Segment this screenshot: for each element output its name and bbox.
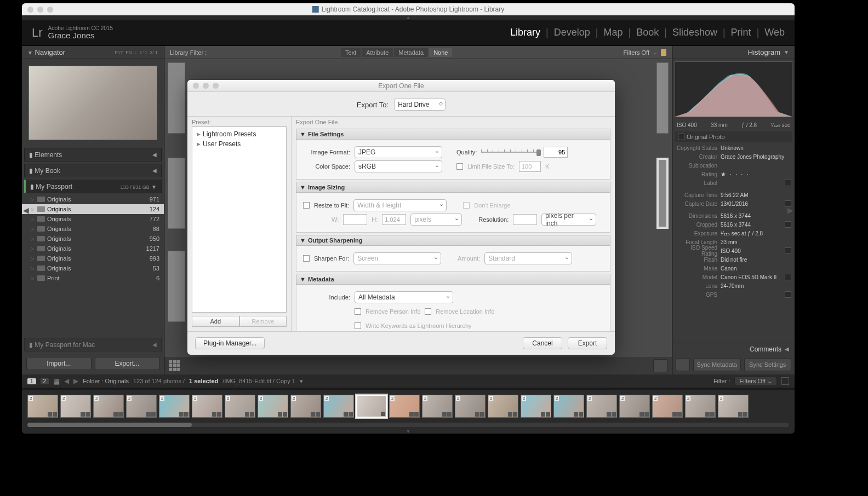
- volume-mypassport[interactable]: ▮ My Passport 133 / 931 GB ▼: [24, 180, 162, 193]
- filmstrip-thumb[interactable]: 2: [718, 395, 749, 418]
- sharpen-amount-select[interactable]: Standard: [484, 252, 572, 264]
- folder-row[interactable]: ▷Print6: [22, 273, 164, 283]
- filter-tab-none[interactable]: None: [429, 48, 452, 57]
- right-panel-toggle[interactable]: ▶: [787, 206, 793, 215]
- breadcrumb-path[interactable]: Folder : Originals: [83, 378, 129, 384]
- filter-dropdown[interactable]: Filters Off ⌄: [734, 377, 777, 386]
- sharpen-checkbox[interactable]: [303, 255, 310, 262]
- unit-select[interactable]: pixels: [410, 214, 462, 226]
- filmstrip-thumb[interactable]: 2: [455, 395, 486, 418]
- remove-preset-button[interactable]: Remove: [239, 316, 287, 327]
- volume-mybook[interactable]: ▮ My Book ◀: [24, 164, 162, 177]
- filmstrip-thumb[interactable]: 2: [685, 395, 716, 418]
- preset-lightroom[interactable]: ▶Lightroom Presets: [192, 129, 286, 139]
- zoom-window-button[interactable]: [47, 7, 53, 13]
- filter-tab-attribute[interactable]: Attribute: [362, 48, 393, 57]
- left-panel-toggle[interactable]: ◀: [23, 206, 29, 215]
- filmstrip-thumb[interactable]: 2: [60, 395, 91, 418]
- color-space-select[interactable]: sRGB: [355, 160, 442, 172]
- section-sharpening-header[interactable]: ▼Output Sharpening: [296, 235, 610, 246]
- dialog-close-button[interactable]: [193, 83, 199, 89]
- filmstrip[interactable]: 2 2 2 2 2 2 2 2 2 2 2 2 2 2 2 2 2 2 2 2 …: [22, 388, 795, 423]
- module-slideshow[interactable]: Slideshow: [672, 27, 717, 38]
- export-to-select[interactable]: Hard Drive: [394, 99, 446, 111]
- sharpen-for-select[interactable]: Screen: [353, 252, 441, 264]
- filmstrip-thumb[interactable]: 2: [553, 395, 584, 418]
- export-button[interactable]: Export...: [95, 357, 160, 370]
- filmstrip-thumb[interactable]: 2: [521, 395, 551, 418]
- filmstrip-thumb[interactable]: 2: [192, 395, 222, 418]
- grid-option-button[interactable]: [653, 359, 667, 372]
- grid-mode-icon[interactable]: ▦: [53, 377, 60, 385]
- filter-tab-metadata[interactable]: Metadata: [394, 48, 428, 57]
- import-button[interactable]: Import...: [26, 357, 92, 370]
- filmstrip-thumb[interactable]: 2: [422, 395, 453, 418]
- navigator-zoom-options[interactable]: FIT FILL 1:1 3:1: [115, 50, 158, 55]
- histogram-header[interactable]: Histogram ▼: [672, 46, 795, 59]
- filmstrip-thumb[interactable]: 2: [488, 395, 518, 418]
- filmstrip-thumb[interactable]: 2: [389, 395, 420, 418]
- sync-prev-button[interactable]: [676, 358, 690, 371]
- remove-person-checkbox[interactable]: [355, 308, 361, 315]
- resize-checkbox[interactable]: [303, 202, 310, 209]
- nav-forward-icon[interactable]: ▶: [73, 377, 78, 385]
- lock-icon[interactable]: [661, 49, 666, 56]
- limit-filesize-input[interactable]: [519, 161, 541, 172]
- comments-header[interactable]: Comments ◀: [672, 343, 795, 355]
- volume-mypassport-mac[interactable]: ▮ My Passport for Mac ◀: [24, 338, 162, 351]
- remove-location-checkbox[interactable]: [425, 308, 431, 315]
- folder-row[interactable]: ▷Originals772: [22, 214, 164, 224]
- quality-input[interactable]: [544, 147, 568, 158]
- nav-back-icon[interactable]: ◀: [64, 377, 69, 385]
- cancel-button[interactable]: Cancel: [523, 337, 562, 349]
- write-keywords-checkbox[interactable]: [355, 322, 361, 329]
- original-photo-checkbox[interactable]: Original Photo: [675, 131, 792, 142]
- dialog-minimize-button[interactable]: [203, 83, 209, 89]
- filter-switch[interactable]: [781, 377, 789, 385]
- filmstrip-thumb[interactable]: 2: [258, 395, 288, 418]
- filmstrip-thumb[interactable]: 2: [159, 395, 190, 418]
- module-print[interactable]: Print: [731, 27, 751, 38]
- folder-row[interactable]: ▷Originals1217: [22, 244, 164, 253]
- filmstrip-thumb[interactable]: 2: [586, 395, 617, 418]
- folder-row[interactable]: ▷Originals971: [22, 194, 164, 204]
- module-library[interactable]: Library: [510, 27, 540, 38]
- settings-scroll[interactable]: ▼File Settings Image Format: JPEG Qualit…: [292, 126, 615, 331]
- width-input[interactable]: [343, 214, 367, 225]
- filmstrip-thumb[interactable]: 2: [27, 395, 58, 418]
- sync-settings-button[interactable]: Sync Settings: [744, 358, 792, 371]
- folder-row[interactable]: ▷Originals993: [22, 253, 164, 263]
- filmstrip-thumb[interactable]: 2: [225, 395, 255, 418]
- section-metadata-header[interactable]: ▼Metadata: [296, 274, 610, 285]
- filmstrip-thumb[interactable]: 2: [652, 395, 683, 418]
- plugin-manager-button[interactable]: Plug-in Manager...: [195, 337, 265, 349]
- grid-view-icon[interactable]: [169, 360, 180, 371]
- module-book[interactable]: Book: [636, 27, 659, 38]
- filmstrip-thumb[interactable]: 2: [290, 395, 321, 418]
- navigator-preview[interactable]: [28, 66, 157, 140]
- filmstrip-thumb[interactable]: 2: [323, 395, 354, 418]
- section-image-sizing-header[interactable]: ▼Image Sizing: [296, 182, 610, 193]
- window-2-badge[interactable]: 2: [41, 378, 49, 384]
- volume-elements[interactable]: ▮ Elements ◀: [24, 148, 162, 162]
- module-web[interactable]: Web: [764, 27, 785, 38]
- resize-select[interactable]: Width & Height: [353, 199, 447, 211]
- image-format-select[interactable]: JPEG: [355, 146, 442, 158]
- folder-row[interactable]: ▷Originals53: [22, 263, 164, 273]
- preset-list[interactable]: ▶Lightroom Presets ▶User Presets: [192, 126, 287, 313]
- filmstrip-thumb[interactable]: 2: [93, 395, 124, 418]
- filmstrip-scrollbar[interactable]: [27, 423, 789, 427]
- bottom-panel-toggle[interactable]: ▼: [22, 429, 795, 434]
- histogram[interactable]: [675, 61, 792, 117]
- close-window-button[interactable]: [27, 7, 33, 13]
- module-develop[interactable]: Develop: [554, 27, 590, 38]
- dialog-zoom-button[interactable]: [213, 83, 219, 89]
- export-confirm-button[interactable]: Export: [568, 337, 607, 349]
- height-input[interactable]: [382, 214, 406, 225]
- filmstrip-thumb[interactable]: 2: [126, 395, 157, 418]
- filmstrip-thumb-selected[interactable]: [356, 395, 387, 418]
- resolution-input[interactable]: [513, 214, 537, 225]
- top-panel-toggle[interactable]: ▲: [22, 15, 795, 20]
- module-map[interactable]: Map: [603, 27, 623, 38]
- include-select[interactable]: All Metadata: [355, 291, 453, 303]
